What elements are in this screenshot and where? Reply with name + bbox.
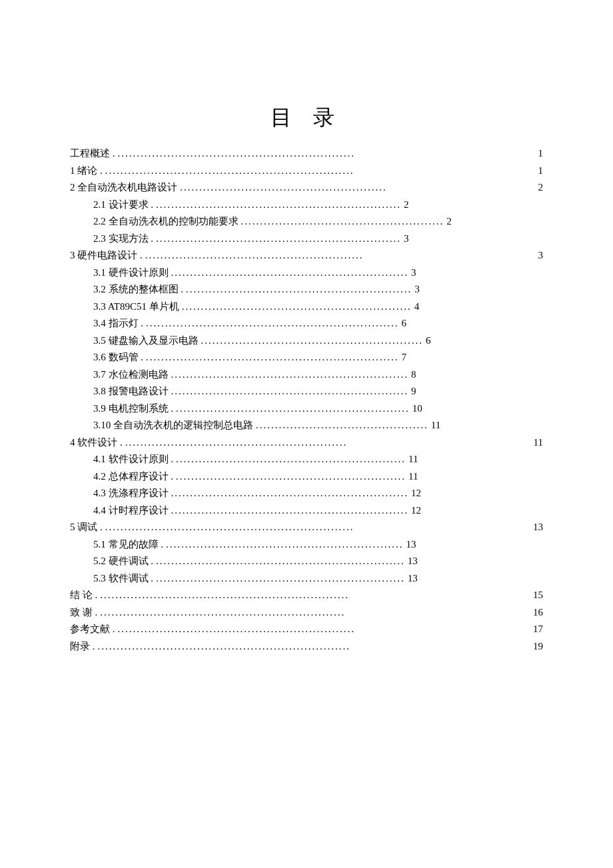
toc-page-number: 2 (525, 180, 544, 195)
toc-entry-label: 4 软件设计 . (70, 435, 123, 450)
toc-dots: ........................................… (176, 469, 406, 484)
toc-page-number: 3 (525, 248, 544, 263)
toc-dots: ........................................… (171, 367, 409, 382)
toc-entry-label: 3.9 电机控制系统 . (93, 401, 173, 416)
toc-entry: 5.3 软件调试 ...............................… (93, 571, 543, 586)
toc-dots: ........................................… (100, 588, 349, 603)
toc-entry: 3.3 AT89C51 单片机 ........................… (93, 299, 543, 314)
toc-entry: 1 绪论 ...................................… (70, 163, 543, 179)
toc-dots: ........................................… (156, 554, 405, 569)
toc-dots: ........................................… (171, 265, 409, 280)
toc-page-number: 17 (520, 622, 543, 637)
toc-page-number: 2 (446, 214, 452, 229)
toc-entry-label: 2 全自动洗衣机电路设计 (70, 180, 177, 195)
toc-page-number: 1 (525, 163, 544, 179)
toc-page-number: 13 (520, 520, 543, 535)
toc-entry-label: 结 论 . (70, 588, 97, 603)
toc-dots: ........................................… (98, 639, 351, 654)
toc-dots: ........................................… (171, 486, 409, 501)
toc-entry-label: 5.1 常见的故障 . (93, 537, 163, 552)
toc-page-number: 11 (520, 435, 543, 450)
toc-dots: ........................................… (125, 435, 348, 450)
toc-dots: ........................................… (171, 384, 409, 399)
toc-page-number: 15 (520, 588, 543, 603)
document-title: 目 录 (70, 103, 543, 133)
toc-entry-label: 3.1 硬件设计原则 (93, 265, 169, 280)
toc-entry: 参考文献 ...................................… (70, 622, 543, 637)
toc-entry-label: 5.3 软件调试 . (93, 571, 153, 586)
toc-page-number: 11 (408, 469, 418, 484)
toc-entry-label: 参考文献 . (70, 622, 115, 637)
toc-page-number: 19 (520, 639, 543, 654)
toc-page-number: 4 (414, 299, 420, 314)
toc-entry-label: 3.6 数码管 . (93, 350, 143, 365)
toc-dots: ........................................… (256, 418, 428, 433)
toc-entry-label: 3.2 系统的整体框图 . (93, 282, 183, 297)
toc-dots: ........................................… (201, 333, 424, 348)
toc-entry-label: 3.10 全自动洗衣机的逻辑控制总电路 (93, 418, 253, 433)
toc-entry: 2.2 全自动洗衣机的控制功能要求 ......................… (93, 214, 543, 229)
toc-page-number: 13 (406, 537, 416, 552)
toc-page-number: 10 (412, 401, 422, 416)
toc-entry: 5 调试 ...................................… (70, 520, 543, 535)
toc-entry: 4.3 洗涤程序设计 .............................… (93, 486, 543, 501)
toc-entry-label: 3.7 水位检测电路 (93, 367, 169, 382)
toc-entry-label: 2.1 设计要求 . (93, 197, 153, 213)
toc-dots: ........................................… (105, 163, 354, 179)
toc-dots: ........................................… (241, 214, 444, 229)
toc-entry-label: 4.2 总体程序设计 . (93, 469, 173, 484)
toc-page-number: 6 (426, 333, 431, 348)
toc-page-number: 12 (411, 486, 421, 501)
table-of-contents: 工程概述 ...................................… (70, 146, 543, 653)
toc-page-number: 7 (402, 350, 407, 365)
toc-page-number: 3 (411, 265, 416, 280)
toc-entry-label: 5.2 硬件调试 . (93, 554, 153, 569)
toc-entry: 致 谢 ....................................… (70, 605, 543, 620)
toc-entry-label: 4.1 软件设计原则 . (93, 452, 173, 467)
toc-entry-label: 3.4 指示灯 . (93, 316, 143, 331)
toc-entry-label: 3.3 AT89C51 单片机 (93, 299, 179, 314)
toc-dots: ........................................… (176, 401, 410, 416)
toc-entry: 4.4 计时程序设计 .............................… (93, 503, 543, 518)
toc-page-number: 11 (408, 452, 418, 467)
toc-entry-label: 致 谢 . (70, 605, 97, 620)
toc-entry: 3 硬件电路设计 ...............................… (70, 248, 543, 263)
toc-dots: ........................................… (182, 299, 412, 314)
toc-entry: 3.9 电机控制系统 .............................… (93, 401, 543, 416)
toc-page-number: 3 (414, 282, 420, 297)
toc-entry: 3.8 报警电路设计 .............................… (93, 384, 543, 399)
toc-dots: ........................................… (100, 605, 345, 620)
toc-entry: 结 论 ....................................… (70, 588, 543, 603)
toc-page-number: 2 (404, 197, 409, 213)
toc-entry: 4.1 软件设计原则 .............................… (93, 452, 543, 467)
toc-dots: ........................................… (171, 503, 409, 518)
toc-dots: ........................................… (118, 622, 356, 637)
toc-page-number: 13 (408, 554, 418, 569)
toc-page-number: 9 (411, 384, 416, 399)
toc-entry-label: 3 硬件电路设计 . (70, 248, 143, 263)
toc-entry: 2.3 实现方法 ...............................… (93, 231, 543, 246)
toc-entry-label: 3.5 键盘输入及显示电路 (93, 333, 199, 348)
toc-page-number: 3 (404, 231, 409, 246)
toc-page-number: 11 (431, 418, 440, 433)
toc-page-number: 12 (411, 503, 421, 518)
toc-dots: ........................................… (118, 146, 356, 161)
toc-dots: ........................................… (166, 537, 404, 552)
toc-entry: 4.2 总体程序设计 .............................… (93, 469, 543, 484)
toc-entry-label: 2.3 实现方法 . (93, 231, 153, 246)
toc-page-number: 16 (520, 605, 543, 620)
toc-entry: 工程概述 ...................................… (70, 146, 543, 161)
toc-page-number: 6 (402, 316, 407, 331)
toc-dots: ........................................… (156, 197, 401, 213)
toc-entry: 3.5 键盘输入及显示电路 ..........................… (93, 333, 543, 348)
toc-entry: 5.2 硬件调试 ...............................… (93, 554, 543, 569)
toc-page-number: 1 (525, 146, 544, 161)
toc-entry-label: 4.4 计时程序设计 (93, 503, 169, 518)
toc-entry: 5.1 常见的故障 ..............................… (93, 537, 543, 552)
toc-entry-label: 2.2 全自动洗衣机的控制功能要求 (93, 214, 239, 229)
toc-page-number: 13 (408, 571, 418, 586)
toc-dots: ........................................… (156, 571, 405, 586)
toc-entry-label: 1 绪论 . (70, 163, 103, 179)
toc-entry: 3.10 全自动洗衣机的逻辑控制总电路 ....................… (93, 418, 543, 433)
toc-entry: 附录 .....................................… (70, 639, 543, 654)
